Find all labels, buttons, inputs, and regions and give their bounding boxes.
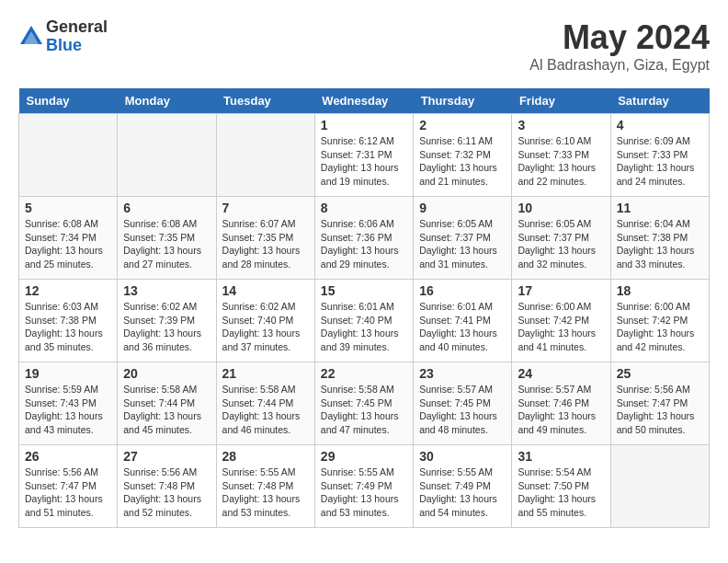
logo-icon: [18, 24, 44, 50]
day-number: 20: [123, 366, 210, 381]
calendar-cell: 28Sunrise: 5:55 AM Sunset: 7:48 PM Dayli…: [216, 445, 314, 528]
calendar-week-5: 26Sunrise: 5:56 AM Sunset: 7:47 PM Dayli…: [19, 445, 710, 528]
day-info: Sunrise: 6:05 AM Sunset: 7:37 PM Dayligh…: [419, 217, 506, 271]
calendar-cell: 31Sunrise: 5:54 AM Sunset: 7:50 PM Dayli…: [512, 445, 610, 528]
day-number: 23: [419, 366, 506, 381]
day-info: Sunrise: 6:05 AM Sunset: 7:37 PM Dayligh…: [518, 217, 604, 271]
day-number: 8: [321, 201, 407, 215]
calendar-cell: 16Sunrise: 6:01 AM Sunset: 7:41 PM Dayli…: [414, 280, 512, 362]
day-number: 29: [321, 449, 407, 464]
calendar-cell: 7Sunrise: 6:07 AM Sunset: 7:35 PM Daylig…: [216, 197, 314, 280]
calendar-cell: [118, 114, 216, 197]
day-info: Sunrise: 5:56 AM Sunset: 7:47 PM Dayligh…: [25, 465, 111, 520]
weekday-header-sunday: Sunday: [19, 88, 118, 114]
day-number: 16: [419, 283, 506, 298]
calendar-cell: 20Sunrise: 5:58 AM Sunset: 7:44 PM Dayli…: [118, 362, 216, 445]
location: Al Badrashayn, Giza, Egypt: [529, 57, 710, 74]
day-info: Sunrise: 6:01 AM Sunset: 7:41 PM Dayligh…: [419, 300, 506, 354]
day-info: Sunrise: 6:04 AM Sunset: 7:38 PM Dayligh…: [617, 217, 703, 271]
month-year: May 2024: [529, 18, 710, 57]
logo: General Blue: [18, 18, 108, 55]
day-number: 25: [617, 366, 703, 381]
day-number: 13: [123, 283, 210, 298]
calendar-cell: 27Sunrise: 5:56 AM Sunset: 7:48 PM Dayli…: [118, 445, 216, 528]
day-number: 4: [617, 118, 703, 132]
day-number: 26: [25, 449, 111, 464]
calendar-cell: 30Sunrise: 5:55 AM Sunset: 7:49 PM Dayli…: [414, 445, 512, 528]
calendar-cell: 22Sunrise: 5:58 AM Sunset: 7:45 PM Dayli…: [314, 362, 413, 445]
day-number: 7: [222, 201, 309, 215]
day-number: 3: [518, 118, 604, 132]
day-number: 5: [25, 201, 111, 215]
day-number: 24: [518, 366, 604, 381]
day-info: Sunrise: 5:59 AM Sunset: 7:43 PM Dayligh…: [25, 383, 111, 437]
day-info: Sunrise: 6:00 AM Sunset: 7:42 PM Dayligh…: [617, 300, 703, 354]
calendar-cell: [19, 114, 118, 197]
weekday-header-friday: Friday: [512, 88, 610, 114]
calendar-week-2: 5Sunrise: 6:08 AM Sunset: 7:34 PM Daylig…: [19, 197, 710, 280]
calendar-cell: 14Sunrise: 6:02 AM Sunset: 7:40 PM Dayli…: [216, 280, 314, 362]
calendar-cell: 23Sunrise: 5:57 AM Sunset: 7:45 PM Dayli…: [414, 362, 512, 445]
calendar-cell: 8Sunrise: 6:06 AM Sunset: 7:36 PM Daylig…: [314, 197, 413, 280]
day-info: Sunrise: 6:12 AM Sunset: 7:31 PM Dayligh…: [321, 134, 407, 189]
day-info: Sunrise: 5:55 AM Sunset: 7:49 PM Dayligh…: [419, 465, 506, 520]
calendar-cell: 26Sunrise: 5:56 AM Sunset: 7:47 PM Dayli…: [19, 445, 118, 528]
weekday-header-wednesday: Wednesday: [314, 88, 413, 114]
logo-text: General Blue: [46, 18, 108, 55]
calendar-cell: 15Sunrise: 6:01 AM Sunset: 7:40 PM Dayli…: [314, 280, 413, 362]
day-info: Sunrise: 6:11 AM Sunset: 7:32 PM Dayligh…: [419, 134, 506, 189]
day-number: 12: [25, 283, 111, 298]
calendar-cell: 1Sunrise: 6:12 AM Sunset: 7:31 PM Daylig…: [314, 114, 413, 197]
calendar-cell: [216, 114, 314, 197]
calendar-cell: 17Sunrise: 6:00 AM Sunset: 7:42 PM Dayli…: [512, 280, 610, 362]
calendar-cell: 21Sunrise: 5:58 AM Sunset: 7:44 PM Dayli…: [216, 362, 314, 445]
day-info: Sunrise: 6:09 AM Sunset: 7:33 PM Dayligh…: [617, 134, 703, 189]
day-number: 21: [222, 366, 309, 381]
day-number: 10: [518, 201, 604, 215]
day-number: 19: [25, 366, 111, 381]
calendar-week-3: 12Sunrise: 6:03 AM Sunset: 7:38 PM Dayli…: [19, 280, 710, 362]
calendar-cell: 19Sunrise: 5:59 AM Sunset: 7:43 PM Dayli…: [19, 362, 118, 445]
calendar-cell: 12Sunrise: 6:03 AM Sunset: 7:38 PM Dayli…: [19, 280, 118, 362]
day-number: 28: [222, 449, 309, 464]
calendar-cell: 2Sunrise: 6:11 AM Sunset: 7:32 PM Daylig…: [414, 114, 512, 197]
day-info: Sunrise: 5:54 AM Sunset: 7:50 PM Dayligh…: [518, 465, 604, 520]
calendar-week-4: 19Sunrise: 5:59 AM Sunset: 7:43 PM Dayli…: [19, 362, 710, 445]
day-info: Sunrise: 6:08 AM Sunset: 7:34 PM Dayligh…: [25, 217, 111, 271]
title-block: May 2024 Al Badrashayn, Giza, Egypt: [529, 18, 710, 74]
day-number: 1: [321, 118, 407, 132]
day-number: 27: [123, 449, 210, 464]
calendar-cell: 24Sunrise: 5:57 AM Sunset: 7:46 PM Dayli…: [512, 362, 610, 445]
calendar-cell: 13Sunrise: 6:02 AM Sunset: 7:39 PM Dayli…: [118, 280, 216, 362]
day-number: 9: [419, 201, 506, 215]
calendar-cell: 10Sunrise: 6:05 AM Sunset: 7:37 PM Dayli…: [512, 197, 610, 280]
calendar-cell: [610, 445, 709, 528]
day-number: 15: [321, 283, 407, 298]
weekday-header-row: SundayMondayTuesdayWednesdayThursdayFrid…: [19, 88, 710, 114]
calendar-cell: 11Sunrise: 6:04 AM Sunset: 7:38 PM Dayli…: [610, 197, 709, 280]
calendar-cell: 3Sunrise: 6:10 AM Sunset: 7:33 PM Daylig…: [512, 114, 610, 197]
calendar-cell: 25Sunrise: 5:56 AM Sunset: 7:47 PM Dayli…: [610, 362, 709, 445]
logo-blue: Blue: [46, 37, 108, 55]
calendar-cell: 18Sunrise: 6:00 AM Sunset: 7:42 PM Dayli…: [610, 280, 709, 362]
day-number: 14: [222, 283, 309, 298]
day-info: Sunrise: 5:58 AM Sunset: 7:44 PM Dayligh…: [123, 383, 210, 437]
day-number: 22: [321, 366, 407, 381]
day-info: Sunrise: 6:01 AM Sunset: 7:40 PM Dayligh…: [321, 300, 407, 354]
day-info: Sunrise: 6:08 AM Sunset: 7:35 PM Dayligh…: [123, 217, 210, 271]
day-info: Sunrise: 6:10 AM Sunset: 7:33 PM Dayligh…: [518, 134, 604, 189]
day-number: 31: [518, 449, 604, 464]
day-info: Sunrise: 5:56 AM Sunset: 7:47 PM Dayligh…: [617, 383, 703, 437]
day-info: Sunrise: 5:58 AM Sunset: 7:45 PM Dayligh…: [321, 383, 407, 437]
day-info: Sunrise: 6:06 AM Sunset: 7:36 PM Dayligh…: [321, 217, 407, 271]
calendar-cell: 6Sunrise: 6:08 AM Sunset: 7:35 PM Daylig…: [118, 197, 216, 280]
weekday-header-monday: Monday: [118, 88, 216, 114]
day-info: Sunrise: 5:55 AM Sunset: 7:49 PM Dayligh…: [321, 465, 407, 520]
day-number: 17: [518, 283, 604, 298]
calendar-cell: 4Sunrise: 6:09 AM Sunset: 7:33 PM Daylig…: [610, 114, 709, 197]
page-header: General Blue May 2024 Al Badrashayn, Giz…: [18, 18, 710, 74]
day-info: Sunrise: 5:55 AM Sunset: 7:48 PM Dayligh…: [222, 465, 309, 520]
day-number: 11: [617, 201, 703, 215]
weekday-header-tuesday: Tuesday: [216, 88, 314, 114]
calendar-cell: 5Sunrise: 6:08 AM Sunset: 7:34 PM Daylig…: [19, 197, 118, 280]
